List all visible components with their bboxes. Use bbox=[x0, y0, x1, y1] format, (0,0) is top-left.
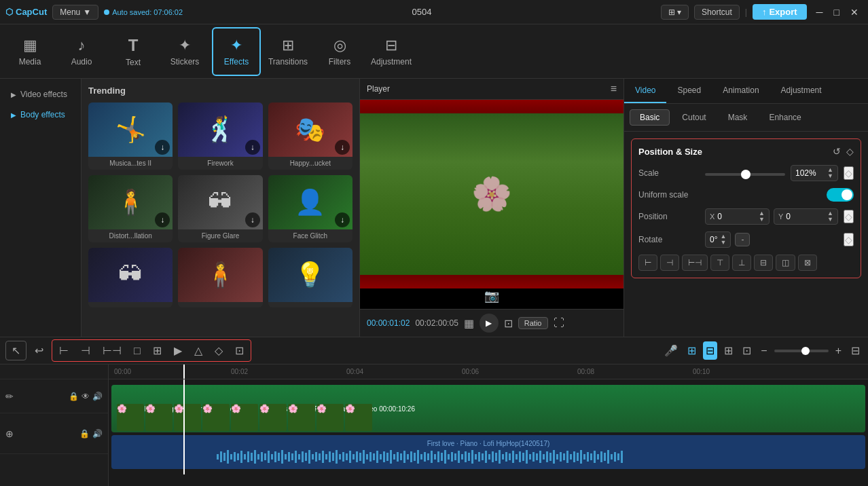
tl-zoom-out-btn[interactable]: − bbox=[758, 342, 770, 360]
effect-card-6-icon: 👤 bbox=[295, 188, 325, 217]
tl-zoom-slider[interactable] bbox=[774, 350, 829, 352]
align-center-v-btn[interactable]: ⊥ bbox=[732, 255, 751, 271]
tl-undo-btn[interactable]: ↩ bbox=[29, 341, 49, 360]
scale-slider[interactable] bbox=[705, 173, 785, 176]
effect-card-2-download[interactable]: ↓ bbox=[245, 140, 260, 155]
effect-card-4[interactable]: 🧍 ↓ Distort...llation bbox=[88, 175, 173, 242]
effect-card-3[interactable]: 🎭 ↓ Happy...ucket bbox=[268, 102, 352, 170]
minimize-button[interactable]: ─ bbox=[812, 5, 827, 19]
maximize-button[interactable]: □ bbox=[830, 5, 844, 19]
rotate-row: Rotate 0° ▲ ▼ - ◇ bbox=[638, 231, 854, 248]
player-fullscreen-btn[interactable]: ⊡ bbox=[504, 317, 513, 330]
rotate-down-btn[interactable]: ▼ bbox=[720, 240, 726, 246]
tl-zoom-in-btn[interactable]: + bbox=[833, 342, 844, 360]
align-right-btn[interactable]: ⊢⊣ bbox=[682, 255, 708, 271]
align-top-btn[interactable]: ⊤ bbox=[710, 255, 729, 271]
tl-freeze-btn[interactable]: ◇ bbox=[209, 341, 228, 360]
effect-card-2[interactable]: 🕺 ↓ Firework bbox=[178, 102, 262, 170]
align-right2-btn[interactable]: ⊠ bbox=[798, 255, 817, 271]
tl-split-btn[interactable]: ⊢ bbox=[54, 341, 74, 360]
svg-rect-102 bbox=[563, 453, 565, 460]
tl-select-tool[interactable]: ↖ bbox=[5, 341, 26, 360]
export-button[interactable]: ↑ Export bbox=[753, 4, 807, 20]
player-ratio-button[interactable]: Ratio bbox=[518, 317, 548, 329]
tl-trim-btn[interactable]: ⊣ bbox=[75, 341, 96, 360]
menu-button[interactable]: Menu ▼ bbox=[52, 5, 98, 20]
tab-audio[interactable]: ♪ Audio bbox=[57, 27, 106, 76]
tl-audio-track[interactable]: First love · Piano · Lofi HipHop(1420517… bbox=[111, 435, 865, 469]
player-camera-icon[interactable]: 📷 bbox=[484, 288, 499, 303]
position-size-reset-btn[interactable]: ↺ bbox=[833, 146, 841, 157]
screen-layout-button[interactable]: ⊞ ▾ bbox=[661, 5, 689, 20]
tab-effects[interactable]: ✦ Effects bbox=[212, 27, 261, 76]
sub-tab-cutout[interactable]: Cutout bbox=[672, 109, 715, 126]
effect-card-6-download[interactable]: ↓ bbox=[335, 212, 350, 227]
pos-y-down-btn[interactable]: ▼ bbox=[827, 217, 833, 223]
tl-clip-select-btn[interactable]: ⊟ bbox=[703, 341, 717, 360]
svg-rect-23 bbox=[295, 451, 297, 463]
position-keyframe-btn[interactable]: ◇ bbox=[844, 210, 854, 223]
align-center-h-btn[interactable]: ⊣ bbox=[660, 255, 679, 271]
tab-media[interactable]: ▦ Media bbox=[5, 27, 54, 76]
effect-card-5-download[interactable]: ↓ bbox=[245, 212, 260, 227]
rotate-keyframe-btn[interactable]: ◇ bbox=[844, 233, 854, 246]
tl-clip-attach-btn[interactable]: ⊞ bbox=[721, 341, 736, 360]
effect-card-5[interactable]: 🕶 ↓ Figure Glare bbox=[178, 175, 262, 242]
sub-tab-mask[interactable]: Mask bbox=[719, 109, 757, 126]
tl-mic-btn[interactable]: 🎤 bbox=[662, 341, 681, 360]
player-expand-btn[interactable]: ⛶ bbox=[554, 317, 564, 329]
close-button[interactable]: ✕ bbox=[846, 5, 863, 19]
tl-play-btn[interactable]: ▶ bbox=[168, 341, 187, 360]
tl-copy-btn[interactable]: ⊞ bbox=[147, 341, 167, 360]
pos-x-down-btn[interactable]: ▼ bbox=[759, 217, 765, 223]
player-grid-btn[interactable]: ▦ bbox=[464, 317, 474, 330]
scale-keyframe-btn[interactable]: ◇ bbox=[844, 166, 854, 180]
tl-audio-vol-btn[interactable]: 🔊 bbox=[92, 429, 103, 438]
shortcut-button[interactable]: Shortcut bbox=[694, 5, 740, 20]
tab-filters[interactable]: ◎ Filters bbox=[315, 27, 364, 76]
right-tab-video[interactable]: Video bbox=[624, 79, 666, 103]
tl-clip-highlight-btn[interactable]: ⊞ bbox=[685, 341, 699, 360]
align-left2-btn[interactable]: ◫ bbox=[776, 255, 795, 271]
effect-card-8[interactable]: 🧍 bbox=[178, 248, 262, 307]
effect-card-1[interactable]: 🤸 ↓ Musica...tes II bbox=[88, 102, 173, 170]
sub-tab-basic[interactable]: Basic bbox=[630, 109, 670, 126]
rotate-flip-btn[interactable]: - bbox=[735, 233, 750, 246]
sidebar-item-body-effects[interactable]: ▶ Body effects bbox=[0, 105, 81, 125]
sub-tab-enhance[interactable]: Enhance bbox=[759, 109, 810, 126]
sidebar-item-video-effects[interactable]: ▶ Video effects bbox=[0, 84, 81, 105]
tl-lock-btn[interactable]: 🔒 bbox=[69, 392, 79, 401]
position-size-keyframe-btn[interactable]: ◇ bbox=[846, 146, 854, 157]
tl-crop-btn[interactable]: ⊢⊣ bbox=[97, 341, 127, 360]
tl-eye-btn[interactable]: 👁 bbox=[82, 392, 90, 401]
effect-card-5-label: Figure Glare bbox=[178, 229, 262, 242]
player-menu-button[interactable]: ≡ bbox=[611, 83, 617, 95]
uniform-scale-toggle[interactable] bbox=[827, 188, 854, 202]
player-red-bar-top bbox=[360, 100, 623, 113]
tab-transitions[interactable]: ⊞ Transitions bbox=[264, 27, 312, 76]
align-bottom-btn[interactable]: ⊟ bbox=[754, 255, 773, 271]
right-tab-adjustment[interactable]: Adjustment bbox=[770, 79, 833, 103]
tab-stickers[interactable]: ✦ Stickers bbox=[160, 27, 209, 76]
align-left-btn[interactable]: ⊢ bbox=[638, 255, 657, 271]
tl-flip-btn[interactable]: △ bbox=[189, 341, 208, 360]
effect-card-3-download[interactable]: ↓ bbox=[335, 140, 350, 155]
tl-fit-btn[interactable]: ⊡ bbox=[230, 341, 249, 360]
tl-fit-view-btn[interactable]: ⊟ bbox=[848, 341, 863, 360]
tl-audio-lock-btn[interactable]: 🔒 bbox=[79, 429, 90, 438]
tl-clip-link-btn[interactable]: ⊡ bbox=[740, 341, 754, 360]
right-tab-animation[interactable]: Animation bbox=[712, 79, 770, 103]
tl-video-track-btns: 🔒 👁 🔊 bbox=[69, 392, 103, 401]
tab-text[interactable]: T Text bbox=[109, 27, 158, 76]
player-play-button[interactable]: ▶ bbox=[480, 314, 499, 333]
tab-adjustment[interactable]: ⊟ Adjustment bbox=[367, 27, 416, 76]
playhead[interactable] bbox=[183, 364, 185, 379]
effect-card-7[interactable]: 🕶 bbox=[88, 248, 173, 307]
tl-video-track[interactable]: Stabilize Flowering bird cherry spring c… bbox=[111, 385, 865, 432]
effect-card-6[interactable]: 👤 ↓ Face Glitch bbox=[268, 175, 352, 242]
effect-card-9[interactable]: 💡 bbox=[268, 248, 352, 307]
tl-delete-btn[interactable]: □ bbox=[128, 341, 146, 360]
right-tab-speed[interactable]: Speed bbox=[666, 79, 712, 103]
tl-audio-btn[interactable]: 🔊 bbox=[92, 392, 103, 401]
scale-down-btn[interactable]: ▼ bbox=[827, 173, 833, 179]
